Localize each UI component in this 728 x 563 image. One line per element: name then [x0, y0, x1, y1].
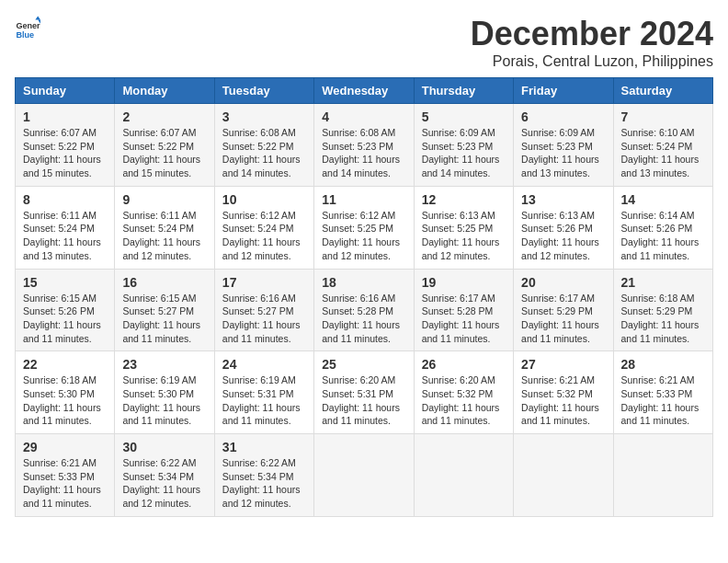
- col-header-sunday: Sunday: [16, 78, 115, 104]
- day-info: Sunrise: 6:19 AMSunset: 5:31 PMDaylight:…: [222, 373, 306, 428]
- calendar-cell: 31Sunrise: 6:22 AMSunset: 5:34 PMDayligh…: [214, 434, 313, 517]
- day-number: 28: [621, 357, 705, 372]
- calendar-cell: [414, 434, 513, 517]
- day-info: Sunrise: 6:08 AMSunset: 5:22 PMDaylight:…: [222, 126, 306, 180]
- logo: General Blue: [15, 15, 40, 40]
- day-info: Sunrise: 6:07 AMSunset: 5:22 PMDaylight:…: [122, 126, 206, 180]
- svg-marker-2: [35, 16, 40, 19]
- day-info: Sunrise: 6:22 AMSunset: 5:34 PMDaylight:…: [222, 456, 306, 511]
- col-header-monday: Monday: [115, 78, 214, 104]
- day-number: 17: [222, 275, 306, 290]
- calendar-cell: 30Sunrise: 6:22 AMSunset: 5:34 PMDayligh…: [115, 434, 214, 517]
- day-info: Sunrise: 6:16 AMSunset: 5:27 PMDaylight:…: [222, 292, 306, 346]
- day-info: Sunrise: 6:11 AMSunset: 5:24 PMDaylight:…: [122, 209, 206, 263]
- calendar-cell: 15Sunrise: 6:15 AMSunset: 5:26 PMDayligh…: [16, 269, 115, 351]
- calendar-cell: 3Sunrise: 6:08 AMSunset: 5:22 PMDaylight…: [214, 104, 313, 187]
- day-info: Sunrise: 6:09 AMSunset: 5:23 PMDaylight:…: [521, 126, 605, 180]
- day-number: 10: [222, 192, 306, 207]
- calendar-cell: 28Sunrise: 6:21 AMSunset: 5:33 PMDayligh…: [613, 351, 712, 434]
- week-row-1: 1Sunrise: 6:07 AMSunset: 5:22 PMDaylight…: [16, 104, 713, 187]
- day-info: Sunrise: 6:18 AMSunset: 5:30 PMDaylight:…: [23, 373, 107, 428]
- day-number: 8: [23, 192, 107, 207]
- day-number: 19: [422, 275, 506, 290]
- day-number: 27: [521, 357, 605, 372]
- day-info: Sunrise: 6:13 AMSunset: 5:26 PMDaylight:…: [521, 209, 605, 263]
- calendar-cell: 6Sunrise: 6:09 AMSunset: 5:23 PMDaylight…: [514, 104, 613, 187]
- day-info: Sunrise: 6:07 AMSunset: 5:22 PMDaylight:…: [23, 126, 107, 180]
- calendar-cell: 11Sunrise: 6:12 AMSunset: 5:25 PMDayligh…: [314, 186, 414, 269]
- day-number: 4: [322, 109, 405, 124]
- day-number: 26: [422, 357, 506, 372]
- week-row-3: 15Sunrise: 6:15 AMSunset: 5:26 PMDayligh…: [16, 269, 713, 351]
- day-number: 7: [621, 109, 705, 124]
- header-row: SundayMondayTuesdayWednesdayThursdayFrid…: [16, 78, 713, 104]
- day-info: Sunrise: 6:21 AMSunset: 5:33 PMDaylight:…: [23, 456, 107, 511]
- day-number: 13: [521, 192, 605, 207]
- day-number: 24: [222, 357, 306, 372]
- col-header-tuesday: Tuesday: [214, 78, 313, 104]
- day-info: Sunrise: 6:20 AMSunset: 5:32 PMDaylight:…: [422, 373, 506, 428]
- calendar-cell: 17Sunrise: 6:16 AMSunset: 5:27 PMDayligh…: [214, 269, 313, 351]
- day-info: Sunrise: 6:15 AMSunset: 5:27 PMDaylight:…: [122, 292, 206, 346]
- calendar-cell: 4Sunrise: 6:08 AMSunset: 5:23 PMDaylight…: [314, 104, 414, 187]
- day-number: 30: [122, 440, 206, 454]
- day-info: Sunrise: 6:16 AMSunset: 5:28 PMDaylight:…: [322, 292, 405, 346]
- day-info: Sunrise: 6:21 AMSunset: 5:32 PMDaylight:…: [521, 373, 605, 428]
- day-info: Sunrise: 6:20 AMSunset: 5:31 PMDaylight:…: [322, 373, 405, 428]
- svg-text:Blue: Blue: [16, 30, 34, 40]
- header: General Blue December 2024 Porais, Centr…: [15, 15, 713, 70]
- day-info: Sunrise: 6:14 AMSunset: 5:26 PMDaylight:…: [621, 209, 705, 263]
- day-number: 22: [23, 357, 107, 372]
- day-number: 5: [422, 109, 506, 124]
- week-row-5: 29Sunrise: 6:21 AMSunset: 5:33 PMDayligh…: [16, 434, 713, 517]
- day-number: 1: [23, 109, 107, 124]
- location-title: Porais, Central Luzon, Philippines: [471, 53, 713, 70]
- week-row-4: 22Sunrise: 6:18 AMSunset: 5:30 PMDayligh…: [16, 351, 713, 434]
- calendar-cell: 22Sunrise: 6:18 AMSunset: 5:30 PMDayligh…: [16, 351, 115, 434]
- calendar-table: SundayMondayTuesdayWednesdayThursdayFrid…: [15, 77, 713, 517]
- calendar-cell: 19Sunrise: 6:17 AMSunset: 5:28 PMDayligh…: [414, 269, 513, 351]
- calendar-cell: 5Sunrise: 6:09 AMSunset: 5:23 PMDaylight…: [414, 104, 513, 187]
- day-number: 14: [621, 192, 705, 207]
- day-info: Sunrise: 6:22 AMSunset: 5:34 PMDaylight:…: [122, 456, 206, 511]
- day-number: 18: [322, 275, 405, 290]
- calendar-cell: 1Sunrise: 6:07 AMSunset: 5:22 PMDaylight…: [16, 104, 115, 187]
- day-info: Sunrise: 6:12 AMSunset: 5:25 PMDaylight:…: [322, 209, 405, 263]
- calendar-cell: 21Sunrise: 6:18 AMSunset: 5:29 PMDayligh…: [613, 269, 712, 351]
- day-number: 2: [122, 109, 206, 124]
- day-info: Sunrise: 6:08 AMSunset: 5:23 PMDaylight:…: [322, 126, 405, 180]
- calendar-cell: 29Sunrise: 6:21 AMSunset: 5:33 PMDayligh…: [16, 434, 115, 517]
- day-number: 25: [322, 357, 405, 372]
- day-info: Sunrise: 6:17 AMSunset: 5:28 PMDaylight:…: [422, 292, 506, 346]
- calendar-cell: 18Sunrise: 6:16 AMSunset: 5:28 PMDayligh…: [314, 269, 414, 351]
- day-info: Sunrise: 6:10 AMSunset: 5:24 PMDaylight:…: [621, 126, 705, 180]
- day-number: 15: [23, 275, 107, 290]
- day-info: Sunrise: 6:18 AMSunset: 5:29 PMDaylight:…: [621, 292, 705, 346]
- title-area: December 2024 Porais, Central Luzon, Phi…: [471, 15, 713, 70]
- calendar-cell: 9Sunrise: 6:11 AMSunset: 5:24 PMDaylight…: [115, 186, 214, 269]
- week-row-2: 8Sunrise: 6:11 AMSunset: 5:24 PMDaylight…: [16, 186, 713, 269]
- day-info: Sunrise: 6:15 AMSunset: 5:26 PMDaylight:…: [23, 292, 107, 346]
- calendar-cell: 13Sunrise: 6:13 AMSunset: 5:26 PMDayligh…: [514, 186, 613, 269]
- day-number: 3: [222, 109, 306, 124]
- day-info: Sunrise: 6:12 AMSunset: 5:24 PMDaylight:…: [222, 209, 306, 263]
- calendar-cell: 8Sunrise: 6:11 AMSunset: 5:24 PMDaylight…: [16, 186, 115, 269]
- day-number: 9: [122, 192, 206, 207]
- day-number: 31: [222, 440, 306, 454]
- calendar-cell: 7Sunrise: 6:10 AMSunset: 5:24 PMDaylight…: [613, 104, 712, 187]
- col-header-friday: Friday: [514, 78, 613, 104]
- day-info: Sunrise: 6:13 AMSunset: 5:25 PMDaylight:…: [422, 209, 506, 263]
- day-number: 23: [122, 357, 206, 372]
- day-number: 29: [23, 440, 107, 454]
- calendar-cell: [514, 434, 613, 517]
- day-info: Sunrise: 6:17 AMSunset: 5:29 PMDaylight:…: [521, 292, 605, 346]
- month-title: December 2024: [471, 15, 713, 53]
- col-header-thursday: Thursday: [414, 78, 513, 104]
- day-number: 20: [521, 275, 605, 290]
- calendar-cell: [613, 434, 712, 517]
- calendar-cell: 24Sunrise: 6:19 AMSunset: 5:31 PMDayligh…: [214, 351, 313, 434]
- calendar-cell: 14Sunrise: 6:14 AMSunset: 5:26 PMDayligh…: [613, 186, 712, 269]
- day-info: Sunrise: 6:21 AMSunset: 5:33 PMDaylight:…: [621, 373, 705, 428]
- day-number: 11: [322, 192, 405, 207]
- day-number: 6: [521, 109, 605, 124]
